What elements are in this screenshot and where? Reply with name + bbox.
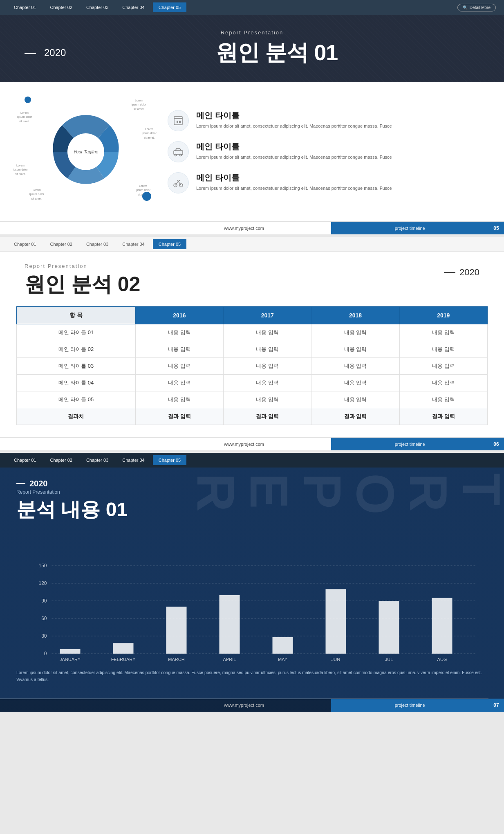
bar-chart-area: 0 30 60 90 120 150 JANUARY FEBRUAR <box>16 531 488 663</box>
table-th-2019: 2019 <box>399 307 487 324</box>
slide3-footer: www.myproject.com project timeline 07 <box>0 699 504 712</box>
nav-bar-3: Chapter 01 Chapter 02 Chapter 03 Chapter… <box>0 453 504 468</box>
slide3-subtitle: Report Presentation <box>16 489 488 495</box>
table-cell-2-0: 메인 타이틀 03 <box>17 358 136 375</box>
table-cell-0-1: 내용 입력 <box>135 324 223 341</box>
svg-rect-4 <box>179 121 181 123</box>
item-text-3: 메인 타이틀 Lorem ipsum dolor sit amet, conse… <box>196 172 392 192</box>
footer-url-1: www.myproject.com <box>157 226 332 231</box>
table-cell-4-0: 메인 타이틀 05 <box>17 391 136 408</box>
item-row-1: 메인 타이틀 Lorem ipsum dolor sit amet, conse… <box>168 110 488 131</box>
car-icon <box>172 146 184 157</box>
table-cell-1-0: 메인 타이틀 02 <box>17 341 136 358</box>
nav2-tab-ch01[interactable]: Chapter 01 <box>8 239 42 249</box>
item-icon-1 <box>168 110 189 131</box>
footer-tag-1: project timeline <box>331 222 488 234</box>
svg-rect-28 <box>379 601 399 654</box>
slide-3: Chapter 01 Chapter 02 Chapter 03 Chapter… <box>0 453 504 712</box>
table-cell-5-1: 결과 입력 <box>135 408 223 425</box>
chart-dot-bottomright <box>142 192 151 201</box>
footer-url-3: www.myproject.com <box>157 703 332 708</box>
table-th-2018: 2018 <box>311 307 399 324</box>
table-cell-1-2: 내용 입력 <box>224 341 311 358</box>
donut-center-label: Your Tagline <box>74 149 99 154</box>
table-cell-4-1: 내용 입력 <box>135 391 223 408</box>
table-header-row: 항 목 2016 2017 2018 2019 <box>17 307 488 324</box>
nav3-tab-ch02[interactable]: Chapter 02 <box>44 455 78 465</box>
svg-rect-2 <box>174 117 182 119</box>
svg-text:MAY: MAY <box>278 657 288 662</box>
svg-text:60: 60 <box>41 616 47 621</box>
table-row: 결과치결과 입력결과 입력결과 입력결과 입력 <box>17 408 488 425</box>
nav-tab-ch05[interactable]: Chapter 05 <box>153 2 186 12</box>
svg-text:30: 30 <box>41 633 47 639</box>
search-icon: 🔍 <box>463 5 468 10</box>
chart-label-1: Loremipsum dolorsit amet. <box>12 111 37 124</box>
nav3-tab-ch01[interactable]: Chapter 01 <box>8 455 42 465</box>
chart-label-6: Loremipsum dolorsit amet. <box>137 127 161 140</box>
building-icon <box>172 115 184 126</box>
table-cell-1-3: 내용 입력 <box>311 341 399 358</box>
table-cell-2-3: 내용 입력 <box>311 358 399 375</box>
table-cell-5-2: 결과 입력 <box>224 408 311 425</box>
nav3-tab-ch04[interactable]: Chapter 04 <box>116 455 150 465</box>
slide3-header: 2020 Report Presentation 분석 내용 01 <box>16 479 488 523</box>
slide2-subtitle: Report Presentation <box>25 263 140 269</box>
item-body-3: Lorem ipsum dolor sit amet, consectetuer… <box>196 185 392 192</box>
nav-bar-2: Chapter 01 Chapter 02 Chapter 03 Chapter… <box>0 237 504 252</box>
table-cell-5-3: 결과 입력 <box>311 408 399 425</box>
footer-page-3: 07 <box>488 699 504 712</box>
table-cell-5-4: 결과 입력 <box>399 408 487 425</box>
table-row: 메인 타이틀 03내용 입력내용 입력내용 입력내용 입력 <box>17 358 488 375</box>
table-cell-1-4: 내용 입력 <box>399 341 487 358</box>
slide1-content: Loremipsum dolorsit amet. Loremipsum dol… <box>0 82 504 221</box>
svg-text:150: 150 <box>38 563 47 569</box>
nav3-tab-ch03[interactable]: Chapter 03 <box>81 455 114 465</box>
slide1-main-title: 원인 분석 01 <box>74 38 479 68</box>
slide2-year: 2020 <box>459 267 479 278</box>
chart-dot-topleft <box>25 97 31 103</box>
table-cell-0-0: 메인 타이틀 01 <box>17 324 136 341</box>
slide3-desc: Lorem ipsum dolor sit amet, consectetuer… <box>16 669 488 683</box>
slide1-subtitle: Report Presentation <box>25 29 479 36</box>
svg-rect-3 <box>177 121 178 123</box>
nav2-tab-ch04[interactable]: Chapter 04 <box>116 239 150 249</box>
svg-text:120: 120 <box>38 580 47 586</box>
item-row-3: 메인 타이틀 Lorem ipsum dolor sit amet, conse… <box>168 172 488 193</box>
nav-tab-ch03[interactable]: Chapter 03 <box>81 2 114 12</box>
item-title-3: 메인 타이틀 <box>196 172 392 183</box>
items-area: 메인 타이틀 Lorem ipsum dolor sit amet, conse… <box>168 110 488 193</box>
svg-point-6 <box>175 154 177 156</box>
slide3-main-title: 분석 내용 01 <box>16 497 488 523</box>
table-cell-4-3: 내용 입력 <box>311 391 399 408</box>
footer-page-2: 06 <box>488 438 504 451</box>
slide2-year-block: 2020 <box>444 267 479 278</box>
item-title-2: 메인 타이틀 <box>196 141 392 152</box>
table-cell-2-2: 내용 입력 <box>224 358 311 375</box>
nav2-tab-ch03[interactable]: Chapter 03 <box>81 239 114 249</box>
svg-text:AUG: AUG <box>437 657 447 662</box>
nav-tab-ch01[interactable]: Chapter 01 <box>8 2 42 12</box>
table-row: 메인 타이틀 01내용 입력내용 입력내용 입력내용 입력 <box>17 324 488 341</box>
svg-text:0: 0 <box>44 651 47 656</box>
nav-tab-ch02[interactable]: Chapter 02 <box>44 2 78 12</box>
nav2-tab-ch02[interactable]: Chapter 02 <box>44 239 78 249</box>
table-th-2017: 2017 <box>224 307 311 324</box>
slide3-year-row: 2020 <box>16 479 488 488</box>
nav-tab-ch04[interactable]: Chapter 04 <box>116 2 150 12</box>
detail-more-button[interactable]: 🔍 Detail More <box>457 4 496 11</box>
nav3-tab-ch05[interactable]: Chapter 05 <box>153 455 186 465</box>
table-row: 메인 타이틀 02내용 입력내용 입력내용 입력내용 입력 <box>17 341 488 358</box>
slide-2: Chapter 01 Chapter 02 Chapter 03 Chapter… <box>0 237 504 450</box>
table-cell-1-1: 내용 입력 <box>135 341 223 358</box>
item-body-1: Lorem ipsum dolor sit amet, consectetuer… <box>196 123 392 130</box>
hero-year: 2020 <box>44 47 66 58</box>
table-th-item: 항 목 <box>17 307 136 324</box>
item-icon-3 <box>168 172 189 193</box>
slide-1: Chapter 01 Chapter 02 Chapter 03 Chapter… <box>0 0 504 234</box>
table-cell-3-1: 내용 입력 <box>135 375 223 391</box>
slide3-dash <box>16 483 25 484</box>
table-cell-3-0: 메인 타이틀 04 <box>17 375 136 391</box>
svg-text:APRIL: APRIL <box>223 657 236 662</box>
nav2-tab-ch05[interactable]: Chapter 05 <box>153 239 186 249</box>
